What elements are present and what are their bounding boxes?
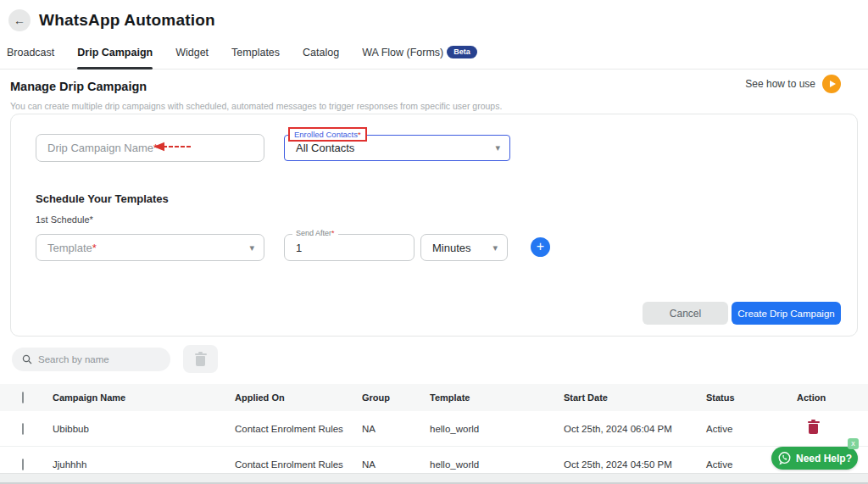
send-after-label: Send After [296, 229, 331, 237]
beta-badge: Beta [447, 46, 477, 58]
see-how-to-use-link[interactable]: See how to use [745, 75, 841, 93]
schedule-templates-heading: Schedule Your Templates [36, 192, 169, 205]
template-select[interactable]: Template* ▾ [36, 234, 264, 261]
search-input[interactable]: Search by name [12, 348, 170, 371]
tab-templates[interactable]: Templates [231, 47, 280, 58]
app-header: ← WhatsApp Automation [8, 9, 215, 31]
cell-status: Active [696, 424, 783, 434]
whatsapp-automation-screen: ← WhatsApp Automation Broadcast Drip Cam… [0, 0, 868, 484]
cancel-button[interactable]: Cancel [643, 302, 728, 325]
drip-campaign-form-card: Drip Campaign Name* Enrolled Contacts* A… [10, 114, 858, 337]
template-placeholder: Template [47, 242, 92, 254]
campaigns-table: Campaign Name Applied On Group Template … [0, 384, 868, 482]
cell-group: NA [352, 424, 420, 434]
enrolled-contacts-select[interactable]: Enrolled Contacts* All Contacts ▾ [284, 135, 510, 161]
cell-template: hello_world [420, 424, 554, 434]
tab-catalog[interactable]: Catalog [303, 47, 339, 58]
chevron-down-icon: ▾ [495, 142, 500, 153]
search-placeholder: Search by name [38, 354, 109, 364]
cell-status: Active [696, 459, 783, 470]
cell-applied-on: Contact Enrolment Rules [223, 459, 352, 470]
section-title: Manage Drip Campaign [10, 80, 147, 93]
cell-template: hello_world [420, 459, 554, 470]
tab-drip-campaign[interactable]: Drip Campaign [77, 47, 153, 58]
col-status: Status [696, 392, 783, 403]
first-schedule-label: 1st Schedule* [36, 214, 93, 225]
col-start-date: Start Date [554, 392, 696, 403]
back-button[interactable]: ← [8, 9, 31, 31]
col-action: Action [783, 392, 868, 403]
cell-campaign-name: Jjuhhhh [41, 459, 223, 470]
send-after-value: 1 [285, 242, 302, 254]
col-group: Group [352, 392, 420, 403]
whatsapp-icon [777, 451, 792, 465]
play-icon[interactable] [822, 75, 841, 93]
tab-broadcast[interactable]: Broadcast [7, 47, 54, 58]
create-drip-campaign-button[interactable]: Create Drip Campaign [732, 302, 841, 325]
add-schedule-button[interactable]: + [531, 237, 550, 257]
required-asterisk: * [331, 229, 335, 237]
enrolled-contacts-label: Enrolled Contacts [294, 130, 358, 139]
page-title: WhatsApp Automation [39, 11, 215, 30]
bulk-delete-button[interactable] [183, 345, 218, 373]
table-row: Ubibbub Contact Enrolment Rules NA hello… [0, 411, 868, 447]
required-asterisk: * [358, 130, 361, 139]
cell-campaign-name: Ubibbub [41, 424, 223, 434]
cell-start-date: Oct 25th, 2024 04:50 PM [554, 459, 696, 470]
annotation-arrow [153, 142, 192, 152]
search-icon [22, 354, 32, 364]
annotation-highlight-box: Enrolled Contacts* [288, 127, 367, 142]
need-help-label: Need Help? [796, 453, 852, 465]
tab-widget[interactable]: Widget [175, 47, 209, 58]
col-applied-on: Applied On [223, 392, 352, 403]
cell-start-date: Oct 25th, 2024 06:04 PM [554, 424, 696, 434]
tab-bar: Broadcast Drip Campaign Widget Templates… [0, 42, 868, 70]
select-all-checkbox[interactable] [22, 392, 24, 403]
cell-group: NA [352, 459, 420, 470]
close-help-icon[interactable]: x [848, 438, 859, 449]
col-campaign-name: Campaign Name [41, 392, 223, 403]
tab-wa-flow-label: WA Flow (Forms) [362, 47, 443, 58]
time-unit-value: Minutes [421, 242, 471, 254]
enrolled-contacts-value: All Contacts [285, 142, 354, 154]
section-subtitle: You can create multiple drip campaigns w… [10, 101, 502, 111]
need-help-badge[interactable]: Need Help? [771, 447, 858, 470]
chevron-down-icon: ▾ [249, 242, 254, 253]
send-after-input[interactable]: Send After* 1 [284, 234, 415, 261]
table-header: Campaign Name Applied On Group Template … [0, 384, 868, 411]
tab-wa-flow-forms[interactable]: WA Flow (Forms) Beta [362, 46, 477, 58]
row-checkbox[interactable] [22, 423, 24, 435]
trash-icon [196, 356, 205, 366]
required-asterisk: * [92, 242, 97, 254]
name-placeholder: Drip Campaign Name [47, 142, 153, 154]
row-checkbox[interactable] [22, 459, 24, 470]
see-how-to-use-label: See how to use [745, 78, 815, 90]
time-unit-select[interactable]: Minutes ▾ [420, 234, 508, 261]
drip-campaign-name-input[interactable]: Drip Campaign Name* [36, 134, 264, 162]
page-bottom-strip [0, 473, 868, 484]
chevron-down-icon: ▾ [492, 242, 498, 253]
cell-applied-on: Contact Enrolment Rules [223, 424, 352, 434]
col-template: Template [420, 392, 554, 403]
back-arrow-icon: ← [14, 14, 25, 27]
